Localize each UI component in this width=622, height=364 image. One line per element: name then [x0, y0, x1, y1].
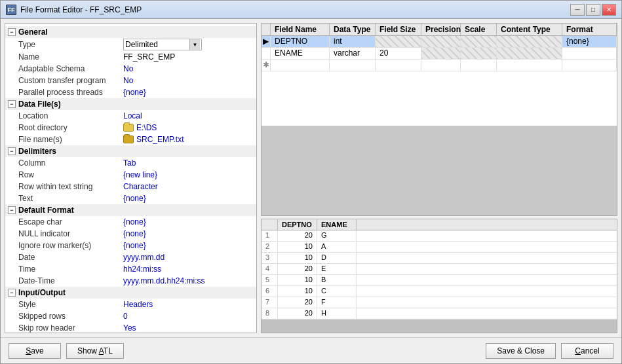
data-row[interactable]: 3 10 D: [262, 253, 617, 264]
file-names-label: File name(s): [18, 135, 123, 144]
td-empty: [330, 60, 376, 71]
cancel-button[interactable]: Cancel: [561, 343, 613, 359]
defaultformat-toggle[interactable]: −: [8, 206, 16, 214]
section-inputoutput[interactable]: − Input/Output: [5, 287, 256, 299]
th-format: Format: [562, 24, 617, 35]
bth-ename: ENAME: [317, 219, 357, 230]
prop-column: Column Tab: [5, 157, 256, 169]
btd-deptno: 10: [278, 253, 317, 263]
type-dropdown-arrow[interactable]: ▼: [189, 39, 200, 50]
column-value: Tab: [123, 158, 136, 168]
table-row[interactable]: ENAME varchar 20: [262, 48, 617, 60]
save-close-button[interactable]: Save & Close: [486, 343, 556, 359]
new-row-indicator[interactable]: ✱: [262, 60, 617, 71]
name-value: FF_SRC_EMP: [123, 52, 175, 62]
row-within-text-value: Character: [123, 182, 158, 191]
section-general[interactable]: − General: [5, 26, 256, 38]
td-arrow: [262, 48, 271, 59]
btd-deptno: 10: [278, 275, 317, 285]
root-dir-folder-icon[interactable]: [123, 124, 134, 132]
btd-rownum: 6: [262, 286, 278, 297]
th-data-type: Data Type: [330, 24, 376, 35]
field-table-body: ▶ DEPTNO int {none} ENAME varchar: [262, 36, 617, 126]
inputoutput-label: Input/Output: [18, 288, 66, 297]
name-label: Name: [18, 52, 123, 62]
section-delimiters[interactable]: − Delimiters: [5, 145, 256, 157]
data-table-body: 1 20 G 2 10 A 3 10 D 4: [262, 230, 617, 319]
type-select[interactable]: Delimited ▼: [123, 39, 202, 50]
data-row[interactable]: 4 20 E: [262, 264, 617, 275]
btd-ename: A: [317, 242, 357, 252]
prop-parallel-threads: Parallel process threads {none}: [5, 86, 256, 98]
location-label: Location: [18, 111, 123, 120]
prop-time: Time hh24:mi:ss: [5, 263, 256, 275]
td-data-type: varchar: [330, 48, 376, 59]
btd-ename: E: [317, 264, 357, 274]
data-preview-table: DEPTNO ENAME 1 20 G 2 10 A 3: [261, 219, 617, 333]
field-table: Field Name Data Type Field Size Precisio…: [261, 23, 617, 216]
skip-row-header-label: Skip row header: [18, 323, 123, 333]
td-scale: [461, 48, 497, 59]
parallel-threads-label: Parallel process threads: [18, 88, 123, 97]
btd-rownum: 4: [262, 264, 278, 274]
main-window: FF File Format Editor - FF_SRC_EMP ─ □ ✕…: [0, 0, 622, 364]
btd-deptno: 20: [278, 230, 317, 241]
prop-ignore-row-marker: Ignore row marker(s) {none}: [5, 240, 256, 251]
time-label: Time: [18, 264, 123, 274]
adaptable-schema-value: No: [123, 64, 133, 73]
style-value: Headers: [123, 300, 153, 309]
custom-transfer-label: Custom transfer program: [18, 76, 123, 85]
data-row[interactable]: 5 10 B: [262, 275, 617, 286]
prop-file-names: File name(s) SRC_EMP.txt: [5, 134, 256, 145]
bth-deptno: DEPTNO: [278, 219, 317, 230]
file-names-folder-icon[interactable]: [123, 136, 134, 143]
left-panel: − General Type Delimited ▼ Name FF_SRC_E…: [5, 23, 257, 333]
file-names-value: SRC_EMP.txt: [136, 135, 184, 144]
title-bar: FF File Format Editor - FF_SRC_EMP ─ □ ✕: [1, 1, 621, 19]
prop-null-indicator: NULL indicator {none}: [5, 228, 256, 240]
delimiters-label: Delimiters: [18, 147, 56, 156]
row-within-text-label: Row within text string: [18, 182, 123, 191]
data-row[interactable]: 2 10 A: [262, 242, 617, 253]
section-defaultformat[interactable]: − Default Format: [5, 204, 256, 216]
td-empty: [497, 60, 562, 71]
btd-rownum: 3: [262, 253, 278, 263]
column-label: Column: [18, 158, 123, 168]
td-empty: [376, 60, 421, 71]
maximize-button[interactable]: □: [586, 4, 600, 16]
prop-row: Row {new line}: [5, 169, 256, 181]
btd-ename: D: [317, 253, 357, 263]
general-toggle[interactable]: −: [8, 28, 16, 36]
inputoutput-toggle[interactable]: −: [8, 289, 16, 297]
date-value: yyyy.mm.dd: [123, 253, 165, 262]
minimize-button[interactable]: ─: [570, 4, 585, 16]
save-button[interactable]: Save: [9, 343, 61, 359]
table-row[interactable]: ▶ DEPTNO int {none}: [262, 36, 617, 48]
data-row[interactable]: 1 20 G: [262, 230, 617, 242]
date-label: Date: [18, 253, 123, 262]
data-row[interactable]: 6 10 C: [262, 286, 617, 297]
custom-transfer-value: No: [123, 76, 133, 85]
section-datafiles[interactable]: − Data File(s): [5, 98, 256, 110]
file-names-value-container: SRC_EMP.txt: [123, 135, 184, 144]
datafiles-toggle[interactable]: −: [8, 100, 16, 108]
data-row[interactable]: 8 20 H: [262, 308, 617, 319]
close-button[interactable]: ✕: [602, 4, 616, 16]
null-indicator-value: {none}: [123, 229, 146, 238]
td-arrow: ▶: [262, 36, 271, 47]
data-row[interactable]: 7 20 F: [262, 297, 617, 308]
title-controls: ─ □ ✕: [570, 4, 616, 16]
delimiters-toggle[interactable]: −: [8, 147, 16, 155]
btd-rownum: 7: [262, 297, 278, 308]
row-label: Row: [18, 170, 123, 179]
td-empty: [562, 60, 617, 71]
escape-char-value: {none}: [123, 217, 146, 227]
td-data-type: int: [330, 36, 376, 47]
td-content-type: [497, 48, 562, 59]
td-empty: [421, 60, 461, 71]
show-atl-button[interactable]: Show ATL: [66, 343, 124, 359]
prop-date: Date yyyy.mm.dd: [5, 251, 256, 263]
td-format: {none}: [562, 36, 617, 47]
adaptable-schema-label: Adaptable Schema: [18, 64, 123, 73]
th-scale: Scale: [461, 24, 497, 35]
